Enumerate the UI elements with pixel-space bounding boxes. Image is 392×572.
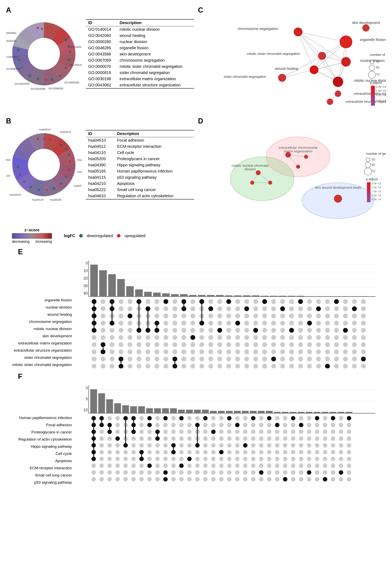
svg-point-676 <box>219 457 224 461</box>
svg-point-504 <box>163 423 168 427</box>
svg-point-567 <box>139 436 144 441</box>
svg-point-602 <box>155 443 160 447</box>
svg-point-331 <box>289 350 294 354</box>
svg-point-225 <box>173 328 177 333</box>
svg-point-394 <box>298 364 303 368</box>
svg-point-838 <box>235 423 240 427</box>
svg-point-393 <box>289 364 294 368</box>
e-bar-9 <box>162 293 170 297</box>
panel-b-label: B <box>6 117 194 125</box>
svg-point-243 <box>334 328 339 333</box>
go-table-cell-id: GO:0043588 <box>86 51 117 57</box>
svg-point-358 <box>253 357 258 361</box>
svg-point-626 <box>347 443 351 447</box>
svg-point-712 <box>243 463 247 468</box>
svg-point-387 <box>235 364 240 368</box>
svg-point-162 <box>163 314 168 318</box>
svg-point-610 <box>219 443 224 447</box>
svg-point-112 <box>271 299 276 304</box>
svg-point-335 <box>325 350 330 354</box>
svg-point-606 <box>187 443 192 447</box>
svg-point-153 <box>361 306 366 311</box>
legend-d-60 <box>365 162 371 168</box>
logfc-label: logFC <box>64 234 75 238</box>
svg-point-510 <box>211 423 216 427</box>
svg-point-334 <box>316 350 321 354</box>
svg-point-254 <box>155 335 159 340</box>
go-table-cell-desc: mitotic sister chromatid segregation <box>117 64 194 70</box>
kegg-table-cell-desc: p53 signaling pathway <box>115 174 194 180</box>
svg-point-183 <box>352 314 357 318</box>
svg-point-657 <box>331 450 335 454</box>
svg-point-70 <box>16 165 19 168</box>
e-row-label: mitotic nuclear division <box>6 325 74 333</box>
svg-point-684 <box>283 457 287 461</box>
svg-point-213 <box>343 321 348 325</box>
svg-point-723 <box>331 463 335 468</box>
legend-d-70-label: 70 <box>372 170 375 173</box>
e-bar-1 <box>90 265 98 297</box>
svg-point-14 <box>50 78 53 81</box>
svg-point-758 <box>347 470 351 475</box>
svg-text:GO:0000280: GO:0000280 <box>65 81 79 84</box>
f-bar-16 <box>210 411 217 413</box>
node-skin-dev <box>362 24 369 32</box>
svg-point-174 <box>271 314 276 318</box>
node-d-6 <box>250 181 254 185</box>
e-row-label: wound healing <box>6 311 74 318</box>
svg-text:GO:0140014: GO:0140014 <box>68 46 82 48</box>
svg-point-628 <box>99 450 104 454</box>
node-sis-chrom <box>278 74 286 82</box>
svg-point-636 <box>163 450 168 454</box>
svg-point-630 <box>115 450 120 454</box>
svg-point-12 <box>65 67 67 69</box>
svg-point-55 <box>49 138 51 141</box>
svg-point-761 <box>108 477 112 481</box>
svg-point-16 <box>37 78 39 80</box>
kegg-table-cell-desc: Hippo signaling pathway <box>115 162 194 168</box>
svg-point-179 <box>316 314 321 318</box>
svg-point-93 <box>101 299 106 304</box>
network-c-svg: skin development chromosome segregation … <box>198 16 386 112</box>
svg-point-477 <box>211 416 216 420</box>
legend-c-60-label: 60 <box>376 66 379 69</box>
panel-a: A <box>6 6 194 113</box>
svg-point-595 <box>99 443 104 447</box>
page: A <box>0 0 392 525</box>
svg-point-378 <box>155 364 159 368</box>
svg-point-527 <box>347 423 351 427</box>
kegg-table-cell-id: hsa05205 <box>86 156 115 162</box>
panel-f-label: F <box>18 372 386 381</box>
svg-point-60 <box>69 160 71 163</box>
kegg-table-cell-id: hsa05165 <box>86 168 115 174</box>
svg-point-787 <box>315 477 319 481</box>
svg-text:hsa04115: hsa04115 <box>32 198 44 201</box>
svg-point-681 <box>259 457 263 461</box>
go-table-cell-desc: nuclear division <box>117 39 194 45</box>
svg-point-274 <box>334 335 339 340</box>
svg-point-299 <box>280 342 285 347</box>
legend-d-15e13: 1.5e−13 <box>372 190 381 193</box>
f-bar-30 <box>322 412 328 413</box>
svg-point-648 <box>259 450 263 454</box>
svg-point-376 <box>137 364 141 368</box>
svg-point-617 <box>275 443 279 447</box>
svg-point-752 <box>299 470 303 475</box>
svg-point-383 <box>199 364 204 368</box>
kegg-table-cell-id: hsa04210 <box>86 180 115 187</box>
legend-d-50-label: 50 <box>372 158 375 161</box>
svg-point-418 <box>128 314 132 318</box>
go-table-cell-id: GO:0030198 <box>86 76 117 82</box>
svg-point-546 <box>235 429 240 434</box>
svg-point-96 <box>128 299 132 304</box>
svg-point-545 <box>227 429 232 434</box>
svg-text:GO:0048285: GO:0048285 <box>49 87 63 90</box>
svg-point-685 <box>291 457 295 461</box>
svg-point-134 <box>191 306 195 311</box>
svg-point-582 <box>259 436 263 441</box>
svg-point-489 <box>307 416 311 420</box>
svg-point-703 <box>171 463 176 468</box>
svg-point-392 <box>280 364 285 368</box>
go-table-cell-desc: chromosome segregation <box>117 57 194 64</box>
svg-point-777 <box>235 477 240 481</box>
